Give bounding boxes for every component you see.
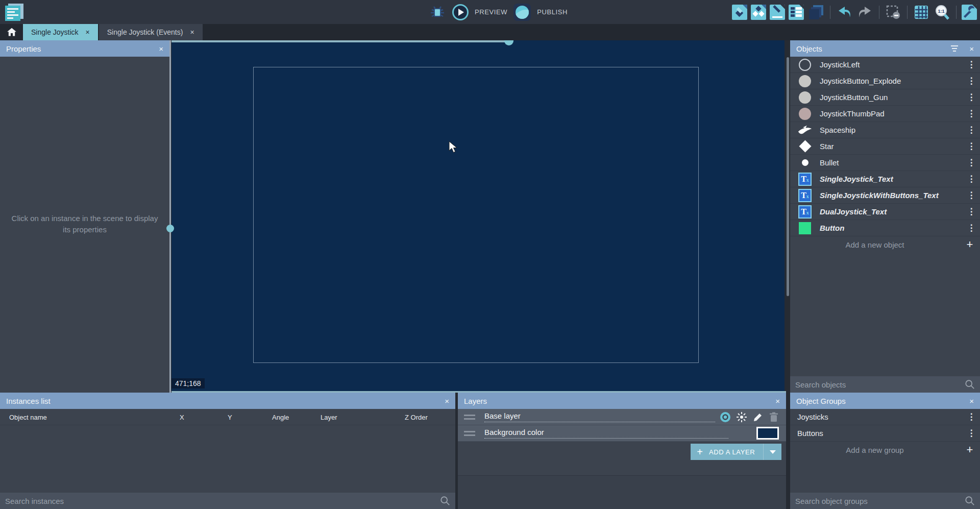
column-z-order[interactable]: Z Order bbox=[405, 414, 428, 421]
kebab-menu-icon[interactable]: ⋮ bbox=[963, 141, 980, 152]
redo-icon[interactable] bbox=[856, 4, 874, 21]
drag-handle-icon[interactable] bbox=[464, 431, 475, 436]
kebab-menu-icon[interactable]: ⋮ bbox=[963, 174, 980, 184]
kebab-menu-icon[interactable]: ⋮ bbox=[963, 190, 980, 201]
group-row[interactable]: Buttons ⋮ bbox=[790, 425, 980, 442]
background-color-swatch[interactable] bbox=[756, 427, 779, 440]
preview-icon[interactable] bbox=[452, 4, 469, 20]
scene-editor-canvas[interactable]: 471;168 bbox=[172, 40, 785, 393]
properties-panel-icon[interactable] bbox=[770, 5, 785, 20]
tab-close-icon[interactable]: × bbox=[190, 28, 194, 36]
debugger-icon[interactable] bbox=[429, 4, 446, 21]
object-row[interactable]: Tx DualJoystick_Text ⋮ bbox=[790, 204, 980, 220]
objects-editor-icon[interactable] bbox=[732, 5, 747, 20]
kebab-menu-icon[interactable]: ⋮ bbox=[963, 108, 980, 119]
left-splitter[interactable] bbox=[169, 40, 171, 393]
layer-row-background[interactable]: Background color bbox=[458, 425, 786, 442]
object-row[interactable]: JoystickLeft ⋮ bbox=[790, 57, 980, 73]
tab-close-icon[interactable]: × bbox=[86, 28, 90, 36]
kebab-menu-icon[interactable]: ⋮ bbox=[963, 206, 980, 217]
home-tab[interactable] bbox=[0, 24, 23, 40]
object-row[interactable]: JoystickButton_Gun ⋮ bbox=[790, 89, 980, 106]
search-icon bbox=[440, 496, 450, 506]
object-name: Star bbox=[820, 142, 963, 151]
search-groups-input[interactable] bbox=[795, 497, 965, 505]
kebab-menu-icon[interactable]: ⋮ bbox=[963, 223, 980, 233]
instances-panel: Instances list × Object name X Y Angle L… bbox=[0, 393, 455, 509]
text-object-icon: Tx bbox=[798, 189, 812, 202]
delete-trash-icon[interactable] bbox=[769, 411, 779, 423]
kebab-menu-icon[interactable]: ⋮ bbox=[963, 59, 980, 70]
object-row[interactable]: Star ⋮ bbox=[790, 138, 980, 155]
kebab-menu-icon[interactable]: ⋮ bbox=[963, 76, 980, 86]
close-icon[interactable]: × bbox=[775, 397, 780, 405]
kebab-menu-icon[interactable]: ⋮ bbox=[963, 411, 980, 422]
tab-single-joystick-events[interactable]: Single Joystick (Events) × bbox=[99, 24, 203, 40]
object-row[interactable]: Tx SingleJoystickWithButtons_Text ⋮ bbox=[790, 187, 980, 204]
column-layer[interactable]: Layer bbox=[321, 414, 337, 421]
preview-button[interactable]: PREVIEW bbox=[475, 8, 507, 16]
objects-scrollbar[interactable] bbox=[787, 57, 789, 296]
panel-title: Object Groups bbox=[796, 397, 846, 405]
tab-label: Single Joystick bbox=[31, 28, 79, 36]
column-angle[interactable]: Angle bbox=[272, 414, 289, 421]
publish-icon[interactable] bbox=[513, 4, 531, 21]
add-layer-button[interactable]: + ADD A LAYER bbox=[691, 444, 781, 460]
plus-icon: + bbox=[691, 446, 709, 458]
tab-single-joystick[interactable]: Single Joystick × bbox=[23, 24, 98, 40]
object-row[interactable]: Button ⋮ bbox=[790, 220, 980, 236]
close-icon[interactable]: × bbox=[445, 397, 449, 405]
object-row[interactable]: JoystickThumbPad ⋮ bbox=[790, 106, 980, 122]
kebab-menu-icon[interactable]: ⋮ bbox=[963, 125, 980, 135]
object-row[interactable]: Tx SingleJoystick_Text ⋮ bbox=[790, 171, 980, 187]
layers-editor-icon[interactable] bbox=[807, 4, 825, 21]
close-icon[interactable]: × bbox=[969, 44, 974, 53]
kebab-menu-icon[interactable]: ⋮ bbox=[963, 157, 980, 168]
object-name: JoystickButton_Gun bbox=[820, 93, 963, 102]
grid-icon[interactable] bbox=[913, 4, 930, 21]
column-y[interactable]: Y bbox=[228, 414, 232, 421]
add-layer-label: ADD A LAYER bbox=[709, 448, 763, 456]
panel-title: Properties bbox=[6, 44, 41, 53]
instances-panel-header: Instances list × bbox=[0, 393, 455, 409]
kebab-menu-icon[interactable]: ⋮ bbox=[963, 92, 980, 103]
left-splitter-handle[interactable] bbox=[166, 225, 174, 232]
app-logo-icon[interactable] bbox=[4, 3, 23, 22]
top-splitter[interactable] bbox=[172, 40, 509, 42]
instances-list-icon[interactable] bbox=[789, 5, 804, 20]
text-object-icon: Tx bbox=[798, 173, 812, 186]
instances-search bbox=[0, 493, 455, 509]
group-row[interactable]: Joysticks ⋮ bbox=[790, 409, 980, 425]
search-objects-input[interactable] bbox=[795, 380, 965, 389]
plus-icon[interactable]: + bbox=[960, 443, 980, 456]
layer-row-base[interactable]: Base layer bbox=[458, 409, 786, 425]
effects-icon[interactable] bbox=[736, 411, 747, 423]
visibility-eye-icon[interactable] bbox=[720, 411, 731, 423]
layer-name-field[interactable]: Base layer bbox=[484, 411, 715, 422]
add-layer-dropdown[interactable] bbox=[763, 444, 781, 460]
object-row[interactable]: Spaceship ⋮ bbox=[790, 122, 980, 138]
settings-wrench-icon[interactable] bbox=[962, 5, 977, 20]
background-color-label[interactable]: Background color bbox=[484, 428, 728, 439]
close-icon[interactable]: × bbox=[159, 44, 163, 53]
edit-pencil-icon[interactable] bbox=[752, 411, 764, 423]
add-object-row[interactable]: Add a new object + bbox=[790, 236, 980, 253]
object-row[interactable]: JoystickButton_Explode ⋮ bbox=[790, 73, 980, 89]
add-group-row[interactable]: Add a new group + bbox=[790, 442, 980, 458]
top-splitter-handle[interactable] bbox=[504, 40, 513, 45]
column-x[interactable]: X bbox=[180, 414, 184, 421]
object-groups-editor-icon[interactable] bbox=[751, 5, 766, 20]
properties-panel-header: Properties × bbox=[0, 40, 169, 57]
drag-handle-icon[interactable] bbox=[464, 415, 475, 420]
plus-icon[interactable]: + bbox=[960, 238, 980, 251]
publish-button[interactable]: PUBLISH bbox=[537, 8, 568, 16]
close-icon[interactable]: × bbox=[969, 397, 974, 405]
zoom-1to1-icon[interactable]: 1:1 bbox=[934, 4, 951, 21]
mask-icon[interactable] bbox=[885, 4, 902, 21]
filter-icon[interactable] bbox=[951, 45, 958, 52]
object-row[interactable]: Bullet ⋮ bbox=[790, 155, 980, 171]
search-instances-input[interactable] bbox=[5, 497, 440, 505]
column-object-name[interactable]: Object name bbox=[9, 414, 47, 421]
undo-icon[interactable] bbox=[836, 4, 853, 21]
kebab-menu-icon[interactable]: ⋮ bbox=[963, 428, 980, 439]
